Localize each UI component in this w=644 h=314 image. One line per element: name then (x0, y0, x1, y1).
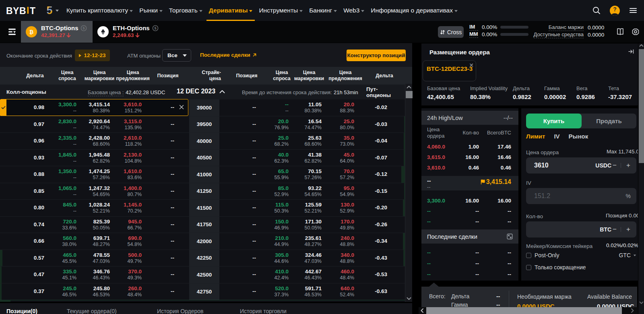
option-row-41750[interactable]: 0.74720.033.6%825.3950.05%945.066.7%--41… (0, 217, 405, 233)
scroll-down-icon[interactable] (407, 297, 411, 300)
bottom-tab-2[interactable]: История Ордеров (157, 308, 204, 314)
scroll-up-icon[interactable] (407, 85, 411, 89)
quantity-plus-button[interactable]: + (625, 225, 632, 234)
collapse-panel-icon[interactable] (628, 49, 634, 54)
option-row-42000[interactable]: 0.66560.038.0%639.7148.27%690.054.8%--42… (0, 233, 405, 250)
price-input[interactable]: 3610 USDC − + (526, 157, 636, 174)
order-type-tab[interactable]: Лимит (526, 133, 545, 140)
buy-button[interactable]: Купить (526, 114, 582, 128)
strike-price[interactable]: 39500 (189, 116, 219, 133)
strike-price[interactable]: 39000 (189, 99, 219, 116)
option-row-39000[interactable]: 0.983,300.0--3,415.1480.38%3,610.0151.2%… (0, 99, 405, 116)
order-type-tab[interactable]: Рынок (569, 133, 588, 140)
instrument-tab-eth[interactable]: ETH-Options$2,249.63 (93, 21, 185, 43)
nav-item-menu[interactable]: Web3 (343, 0, 364, 21)
remove-contract-icon[interactable]: ✕ (469, 62, 474, 68)
strike-price[interactable]: 42250 (189, 250, 219, 266)
selected-row-check-tab[interactable] (0, 99, 6, 116)
expiry-group-toggle[interactable]: 12 DEC 2023 (177, 88, 225, 95)
search-icon[interactable] (592, 6, 601, 15)
recent-trades-link[interactable]: Последние сделки (200, 52, 257, 58)
trade-row[interactable]: ------ (421, 248, 518, 258)
trade-row[interactable]: ------ (421, 258, 518, 269)
option-row-42500[interactable]: 0.47335.045.1%346.7646.43%370.049.3%--42… (0, 266, 405, 283)
expiry-date-chip[interactable]: 12-12-23 (75, 50, 110, 61)
cross-margin-button[interactable]: Cross (438, 26, 464, 38)
strike-price[interactable]: 40000 (189, 133, 219, 149)
base-price-label[interactable]: Базовая цена : (88, 89, 124, 96)
ask-row[interactable]: 4,060.01.0017.46 (421, 142, 518, 152)
chain-scrollbar-thumb[interactable] (406, 91, 413, 98)
option-row-42250[interactable]: 0.57465.045.5%478.5547.03%500.049.7%--42… (0, 250, 405, 267)
order-type-tab[interactable]: IV (554, 133, 559, 140)
bybit-logo[interactable]: BYBIT (6, 6, 36, 17)
scroll-up-icon[interactable] (639, 44, 644, 47)
nav-item-menu[interactable]: Торговать (169, 0, 202, 21)
mm-label[interactable]: MM (469, 31, 478, 38)
option-row-42750[interactable]: 0.37245.046.5%245.8046.53%260.048.4%--42… (0, 283, 405, 300)
strike-price[interactable]: 42000 (189, 233, 219, 250)
iv-input[interactable]: 151.2 % (526, 188, 636, 204)
sell-button[interactable]: Продать (582, 114, 636, 128)
options-screener-icon[interactable] (6, 26, 18, 37)
strike-price[interactable]: 42750 (189, 283, 219, 300)
option-row-40500[interactable]: 0.931,845.0--1,945.4862.82%2,130.0104.8%… (0, 150, 405, 167)
menu-icon[interactable] (629, 6, 638, 15)
scroll-right-icon[interactable] (630, 308, 635, 313)
price-plus-button[interactable]: + (625, 161, 632, 170)
deselect-row-icon[interactable] (179, 104, 185, 111)
nav-item-active[interactable]: Деривативы (209, 0, 253, 21)
atm-options-select[interactable]: Все (162, 49, 191, 62)
bid-row[interactable]: ------ (421, 206, 518, 217)
quantity-input[interactable]: BTC − + (526, 221, 636, 238)
trade-row[interactable]: ------ (421, 269, 518, 280)
bid-row[interactable]: ------ (421, 217, 518, 227)
nav-item-menu[interactable]: Банкинг (309, 0, 337, 21)
margin-balance-label[interactable]: Баланс маржи (549, 24, 584, 31)
settings-gear-icon[interactable] (631, 27, 640, 36)
vertical-scrollbar[interactable] (638, 43, 644, 314)
time-in-force-select[interactable]: GTC (619, 252, 636, 258)
strike-price[interactable]: 42500 (189, 266, 219, 283)
scroll-left-icon[interactable] (420, 308, 425, 313)
quantity-minus-button[interactable]: − (611, 225, 618, 234)
bottom-tab-3[interactable]: История торговли (240, 308, 287, 314)
avatar[interactable]: ? (610, 6, 620, 16)
orderbook-guide-icon[interactable] (616, 27, 625, 36)
ask-row[interactable]: 3,615.016.0016.46 (421, 152, 518, 163)
vertical-scrollbar-thumb[interactable] (639, 49, 644, 163)
anniversary-5-badge[interactable]: 5 (44, 4, 55, 17)
option-row-40000[interactable]: 0.962,335.0--2,428.0068.60%2,610.0118.2%… (0, 133, 405, 150)
nav-item-menu[interactable]: Инструменты (259, 0, 303, 21)
available-funds-label[interactable]: Доступные средства (534, 31, 584, 38)
selected-contract-chip[interactable]: BTC-12DEC23-3 ✕ (423, 60, 476, 81)
strike-price[interactable]: 40500 (189, 150, 219, 166)
bottom-tab-1[interactable]: Текущие ордера(0) (67, 308, 117, 314)
strike-price[interactable]: 41250 (189, 183, 219, 200)
strike-price[interactable]: 41500 (189, 200, 219, 216)
horizontal-scrollbar[interactable] (419, 307, 638, 314)
reduce-only-checkbox[interactable] (526, 265, 531, 270)
option-row-41500[interactable]: 0.80845.0--1,028.2452.21%1,145.070.2%--4… (0, 200, 405, 217)
option-row-41250[interactable]: 0.851,065.0--1,247.3254.65%1,400.080.7%-… (0, 183, 405, 200)
option-row-41000[interactable]: 0.881,350.0--1,474.2557.26%1,610.083.6%-… (0, 166, 405, 183)
mark-price-group[interactable]: 3,415.14 (480, 178, 511, 186)
strike-price[interactable]: 41000 (189, 166, 219, 183)
nav-item-menu[interactable]: Информация о деривативах (371, 0, 458, 21)
price-minus-button[interactable]: − (611, 161, 618, 170)
position-builder-button[interactable]: Конструктор позиций (347, 50, 406, 61)
nav-item-menu[interactable]: Рынки (139, 0, 162, 21)
nav-item-menu[interactable]: Купить криптовалюту (66, 0, 133, 21)
total-delta-label: Дельта (451, 293, 469, 300)
im-label[interactable]: IM (469, 24, 478, 31)
bid-row[interactable]: 3,300.016.0016.00 (421, 196, 518, 206)
expand-icon[interactable] (507, 233, 513, 240)
instrument-tab-btc[interactable]: ₿BTC-Options$42,391.27 (21, 21, 93, 43)
option-row-39500[interactable]: 0.972,830.0--2,920.6474.47%3,115.0135.9%… (0, 116, 405, 133)
horizontal-scrollbar-thumb[interactable] (426, 307, 622, 314)
scroll-down-icon[interactable] (639, 301, 644, 304)
bottom-tab-0[interactable]: Позиции(0) (6, 308, 37, 314)
strike-price[interactable]: 41750 (189, 217, 219, 233)
post-only-checkbox[interactable] (526, 253, 531, 258)
ask-row[interactable]: 3,610.00.460.46 (421, 163, 518, 173)
